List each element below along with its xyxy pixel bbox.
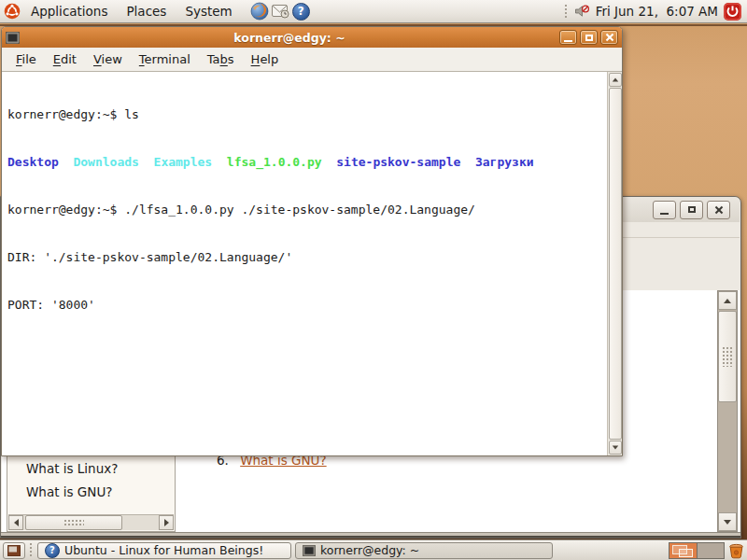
- grip-dots-icon: [63, 519, 84, 527]
- show-desktop-button[interactable]: [3, 542, 25, 559]
- browser-bottom-border: [1, 532, 740, 538]
- sidebar-horizontal-scrollbar[interactable]: [8, 514, 174, 530]
- show-desktop-icon: [7, 545, 21, 556]
- maximize-icon: [688, 206, 696, 213]
- sidebar-link[interactable]: What is GNU?: [26, 484, 112, 499]
- terminal-ls-line: Desktop Downloads Examples lfsa_1.0.0.py…: [7, 154, 601, 170]
- minimize-button[interactable]: [559, 30, 577, 45]
- ls-entry: site-pskov-sample: [336, 155, 460, 169]
- terminal-scrollbar[interactable]: [607, 72, 622, 455]
- help-launcher-icon[interactable]: ?: [292, 3, 310, 21]
- volume-muted-icon[interactable]: [574, 4, 590, 19]
- mini-window-icon: [679, 549, 693, 557]
- quit-button-icon[interactable]: [724, 3, 741, 21]
- terminal-window: kornerr@edgy: ~ FileEditViewTerminalTabs…: [1, 26, 623, 456]
- maximize-button[interactable]: [680, 201, 703, 219]
- sidebar-scrollbar-thumb[interactable]: [25, 515, 122, 530]
- terminal-title: kornerr@edgy: ~: [22, 31, 557, 45]
- workspace-1[interactable]: [669, 543, 697, 558]
- terminal-line: kornerr@edgy:~$ ./lfsa_1.0.0.py ./site-p…: [7, 202, 601, 217]
- browser-scrollbar-thumb[interactable]: [718, 311, 737, 402]
- desktop: { "panel": { "menus": ["Applications", "…: [0, 0, 747, 560]
- help-icon: ?: [45, 543, 60, 558]
- task-button-terminal[interactable]: kornerr@edgy: ~: [295, 542, 553, 559]
- ls-entry: Downloads: [73, 155, 138, 169]
- terminal-menu-edit[interactable]: Edit: [45, 49, 85, 69]
- clock[interactable]: Fri Jun 21, 6:07 AM: [596, 4, 718, 19]
- trash-icon[interactable]: [728, 542, 744, 559]
- terminal-menu-file[interactable]: File: [7, 49, 45, 69]
- taskbar-handle[interactable]: [29, 542, 34, 558]
- firefox-launcher-icon[interactable]: [250, 2, 269, 21]
- minimize-icon: [564, 40, 572, 42]
- panel-handle[interactable]: [564, 4, 569, 20]
- terminal-menu-terminal[interactable]: Terminal: [131, 49, 199, 69]
- scroll-right-arrow-icon[interactable]: [159, 515, 174, 530]
- terminal-scrollbar-thumb[interactable]: [609, 88, 622, 440]
- minimize-button[interactable]: [653, 201, 676, 219]
- terminal-text[interactable]: kornerr@edgy:~$ ls Desktop Downloads Exa…: [2, 72, 607, 455]
- task-label: Ubuntu - Linux for Human Beings!: [64, 543, 263, 557]
- workspace-2[interactable]: [697, 543, 724, 558]
- browser-vertical-scrollbar[interactable]: [717, 290, 738, 532]
- scroll-left-arrow-icon[interactable]: [8, 515, 23, 530]
- sidebar-link[interactable]: What is Linux?: [26, 461, 118, 476]
- workspace-switcher[interactable]: [669, 542, 725, 559]
- scroll-up-arrow-icon[interactable]: [609, 73, 622, 87]
- ubuntu-logo-icon[interactable]: [4, 3, 21, 20]
- minimize-icon: [660, 213, 669, 215]
- maximize-icon: [585, 35, 593, 41]
- menu-applications[interactable]: Applications: [22, 2, 116, 21]
- terminal-window-icon: [6, 32, 20, 44]
- top-panel: Applications Places System ?: [0, 0, 747, 23]
- terminal-menu-view[interactable]: View: [85, 49, 131, 69]
- maximize-button[interactable]: [580, 30, 598, 45]
- grip-dots-icon: [722, 346, 733, 367]
- terminal-body[interactable]: kornerr@edgy:~$ ls Desktop Downloads Exa…: [2, 71, 622, 455]
- task-label: kornerr@edgy: ~: [320, 543, 419, 557]
- terminal-line: DIR: './site-pskov-sample/02.Language/': [7, 249, 601, 265]
- terminal-line: PORT: '8000': [7, 297, 601, 313]
- terminal-menubar: FileEditViewTerminalTabsHelp: [2, 48, 622, 71]
- terminal-menu-help[interactable]: Help: [243, 49, 288, 69]
- terminal-icon: [303, 545, 316, 556]
- ls-entry: Desktop: [7, 155, 59, 169]
- close-icon: [714, 205, 724, 215]
- scroll-up-arrow-icon[interactable]: [718, 291, 737, 310]
- taskbar: ? Ubuntu - Linux for Human Beings! korne…: [0, 539, 747, 560]
- ls-entry: Examples: [154, 155, 213, 169]
- terminal-titlebar[interactable]: kornerr@edgy: ~: [2, 27, 622, 48]
- close-icon: [605, 33, 614, 42]
- terminal-menu-tabs[interactable]: Tabs: [199, 49, 243, 69]
- task-button-browser[interactable]: ? Ubuntu - Linux for Human Beings!: [37, 542, 291, 559]
- scroll-down-arrow-icon[interactable]: [718, 512, 737, 531]
- menu-system[interactable]: System: [176, 2, 240, 21]
- terminal-line: kornerr@edgy:~$ ls: [7, 106, 601, 122]
- ls-entry: lfsa_1.0.0.py: [227, 155, 322, 169]
- close-button[interactable]: [707, 201, 730, 219]
- scroll-down-arrow-icon[interactable]: [609, 441, 622, 455]
- ls-entry: Загрузки: [475, 155, 534, 169]
- mail-launcher-icon[interactable]: [272, 4, 289, 19]
- menu-places[interactable]: Places: [118, 2, 175, 21]
- close-button[interactable]: [600, 30, 618, 45]
